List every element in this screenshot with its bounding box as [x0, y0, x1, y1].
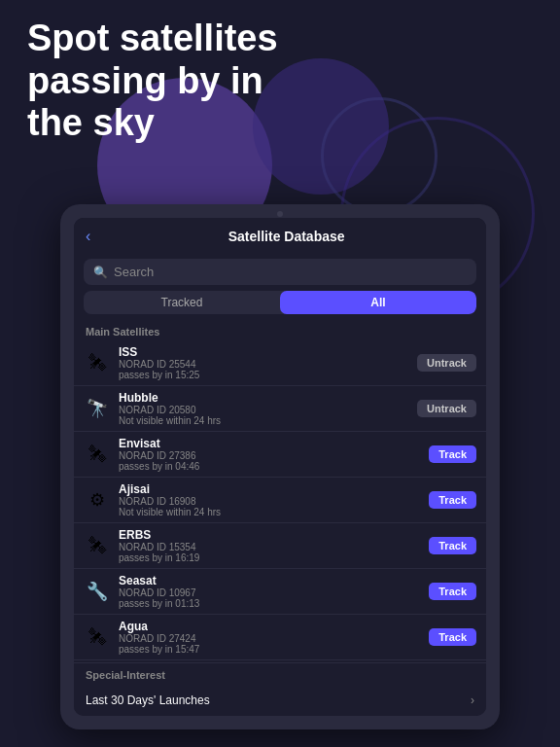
satellite-icon: 🔧: [84, 578, 111, 605]
satellite-icon: 🛰: [84, 623, 111, 651]
satellite-row: ⚙AjisaiNORAD ID 16908Not visible within …: [74, 478, 486, 523]
tab-all[interactable]: All: [280, 291, 476, 314]
satellite-info: ISSNORAD ID 25544passes by in 15:25: [119, 345, 417, 380]
satellite-passes: passes by in 04:46: [119, 461, 429, 472]
search-bar[interactable]: 🔍 Search: [84, 259, 476, 285]
satellite-norad: NORAD ID 27424: [119, 633, 429, 644]
chevron-right-icon: ›: [471, 694, 474, 707]
satellite-info: AjisaiNORAD ID 16908Not visible within 2…: [119, 482, 429, 517]
satellite-name: Ajisai: [119, 482, 429, 496]
satellite-norad: NORAD ID 10967: [119, 587, 429, 598]
satellite-norad: NORAD ID 16908: [119, 496, 429, 507]
track-button[interactable]: Track: [429, 445, 476, 463]
tab-tracked[interactable]: Tracked: [84, 291, 280, 314]
satellite-row: 🛰ISSNORAD ID 25544passes by in 15:25Untr…: [74, 340, 486, 386]
track-button[interactable]: Track: [429, 491, 476, 509]
satellite-norad: NORAD ID 20580: [119, 405, 417, 415]
satellite-passes: passes by in 15:47: [119, 644, 429, 655]
untrack-button[interactable]: Untrack: [417, 354, 476, 372]
satellite-passes: Not visible within 24 hrs: [119, 415, 417, 426]
satellite-passes: passes by in 01:13: [119, 598, 429, 609]
satellite-row: 🛰ERBSNORAD ID 15354passes by in 16:19Tra…: [74, 523, 486, 569]
satellite-info: AguaNORAD ID 27424passes by in 15:47: [119, 620, 429, 655]
satellite-name: Seasat: [119, 574, 429, 587]
satellite-name: Agua: [119, 620, 429, 633]
satellite-info: EnvisatNORAD ID 27386passes by in 04:46: [119, 437, 429, 472]
satellite-passes: passes by in 16:19: [119, 552, 429, 563]
satellite-name: ERBS: [119, 528, 429, 542]
satellite-norad: NORAD ID 15354: [119, 542, 429, 552]
track-button[interactable]: Track: [429, 537, 476, 554]
header-title: Satellite Database: [98, 229, 474, 244]
search-placeholder: Search: [114, 265, 154, 279]
satellite-name: Hubble: [119, 391, 417, 405]
satellite-info: HubbleNORAD ID 20580Not visible within 2…: [119, 391, 417, 426]
tablet-frame: ‹ Satellite Database 🔍 Search Tracked Al…: [60, 204, 500, 729]
tablet-inner: ‹ Satellite Database 🔍 Search Tracked Al…: [74, 218, 486, 716]
satellite-icon: 🛰: [84, 349, 111, 376]
hero-title: Spot satellites passing by in the sky: [27, 18, 280, 145]
special-row-label: Last 30 Days' Launches: [86, 694, 471, 707]
untrack-button[interactable]: Untrack: [417, 400, 476, 417]
satellite-norad: NORAD ID 27386: [119, 450, 429, 461]
satellite-icon: ⚙: [84, 486, 111, 514]
satellite-passes: Not visible within 24 hrs: [119, 507, 429, 517]
satellite-name: ISS: [119, 345, 417, 359]
tab-bar: Tracked All: [84, 291, 476, 314]
special-interest-list: Last 30 Days' Launches›Space Stations›10…: [74, 684, 486, 716]
track-button[interactable]: Track: [429, 583, 476, 600]
satellite-list: 🛰ISSNORAD ID 25544passes by in 15:25Untr…: [74, 340, 486, 660]
satellite-row: 🛰AguaNORAD ID 27424passes by in 15:47Tra…: [74, 615, 486, 660]
satellite-icon: 🔭: [84, 395, 111, 422]
satellite-icon: 🛰: [84, 441, 111, 468]
special-interest-header: Special-Interest: [74, 662, 486, 684]
back-button[interactable]: ‹: [86, 228, 90, 245]
satellite-passes: passes by in 15:25: [119, 370, 417, 380]
satellite-row: 🛰EnvisatNORAD ID 27386passes by in 04:46…: [74, 432, 486, 478]
track-button[interactable]: Track: [429, 628, 476, 646]
satellite-icon: 🛰: [84, 532, 111, 559]
satellite-info: ERBSNORAD ID 15354passes by in 16:19: [119, 528, 429, 563]
app-content: ‹ Satellite Database 🔍 Search Tracked Al…: [74, 218, 486, 716]
satellite-row: 🔭HubbleNORAD ID 20580Not visible within …: [74, 386, 486, 432]
satellite-norad: NORAD ID 25544: [119, 359, 417, 370]
special-interest-row[interactable]: Last 30 Days' Launches›: [74, 684, 486, 716]
satellite-row: 🔧SeasatNORAD ID 10967passes by in 01:13T…: [74, 569, 486, 615]
satellite-name: Envisat: [119, 437, 429, 450]
search-icon: 🔍: [93, 266, 108, 279]
app-header: ‹ Satellite Database: [74, 218, 486, 255]
camera-dot: [277, 211, 283, 217]
satellite-info: SeasatNORAD ID 10967passes by in 01:13: [119, 574, 429, 609]
main-satellites-header: Main Satellites: [74, 320, 486, 340]
